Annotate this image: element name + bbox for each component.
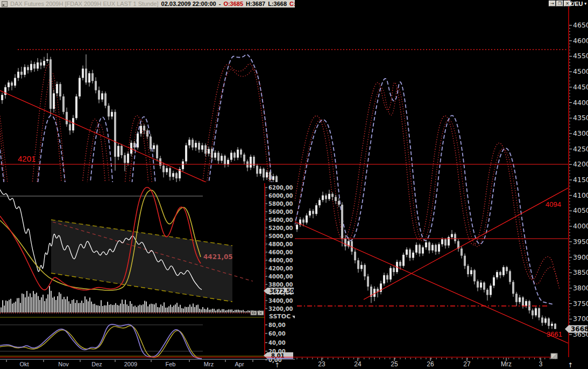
svg-text:4350: 4350 — [573, 114, 588, 122]
quote-low: L:3668 — [268, 0, 287, 8]
main-price-axis[interactable]: 4650460045504500445044004350430042504200… — [565, 0, 588, 357]
svg-text:4600,00: 4600,00 — [268, 249, 293, 255]
svg-text:4800,00: 4800,00 — [268, 241, 293, 247]
svg-text:Mrz: Mrz — [501, 360, 512, 368]
svg-text:40,00: 40,00 — [268, 340, 286, 346]
svg-text:3800: 3800 — [573, 284, 588, 292]
quote-close: C:3668 — [289, 0, 295, 8]
panel-restore-icon[interactable] — [251, 311, 257, 315]
quote-high: H:3687 — [246, 0, 265, 8]
svg-text:4400: 4400 — [573, 99, 588, 107]
currency-selector[interactable]: €/EU ▾ — [570, 1, 586, 7]
svg-text:2009: 2009 — [124, 361, 137, 367]
uptrend-label: 4094 — [546, 200, 561, 208]
svg-text:3800,00: 3800,00 — [268, 282, 293, 288]
svg-text:4000,00: 4000,00 — [268, 274, 293, 280]
svg-text:27: 27 — [463, 360, 471, 368]
quote-datetime: 02.03.2009 22:00:00 — [161, 0, 216, 8]
svg-text:4300: 4300 — [573, 129, 588, 137]
svg-text:25: 25 — [391, 360, 398, 368]
svg-text:23: 23 — [318, 360, 325, 368]
svg-text:5400,00: 5400,00 — [268, 217, 293, 223]
svg-text:4200: 4200 — [573, 160, 588, 168]
svg-text:Mrz: Mrz — [204, 361, 214, 367]
svg-text:26: 26 — [427, 360, 434, 368]
svg-text:3668: 3668 — [571, 325, 588, 333]
svg-text:Okt: Okt — [19, 361, 29, 367]
svg-text:24: 24 — [354, 360, 362, 368]
svg-text:5800,00: 5800,00 — [268, 201, 293, 207]
svg-text:4400,00: 4400,00 — [268, 257, 293, 263]
restore-button[interactable]: ❐ — [556, 1, 563, 6]
svg-text:4250: 4250 — [573, 145, 588, 153]
svg-text:Nov: Nov — [58, 361, 69, 367]
channel-mid-label: 4421,05 — [203, 253, 233, 261]
trading-app-window: 4201366140944421,056200,006000,005800,00… — [0, 0, 588, 369]
svg-text:6200,00: 6200,00 — [268, 185, 293, 191]
svg-text:4650: 4650 — [573, 21, 588, 29]
chart-canvas[interactable]: 4201366140944421,056200,006000,005800,00… — [0, 0, 588, 369]
chevron-down-icon: ▾ — [584, 2, 586, 6]
svg-text:4550: 4550 — [573, 52, 588, 60]
svg-text:3900: 3900 — [573, 253, 588, 261]
svg-text:3750: 3750 — [573, 300, 588, 308]
svg-text:Feb: Feb — [166, 361, 176, 367]
currency-label: €/EU — [570, 1, 583, 7]
svg-text:60,00: 60,00 — [268, 331, 286, 337]
svg-text:8,01: 8,01 — [271, 353, 285, 359]
resize-grip[interactable] — [551, 353, 557, 359]
svg-text:4500: 4500 — [573, 67, 588, 75]
svg-text:4450: 4450 — [573, 83, 588, 91]
svg-text:6000,00: 6000,00 — [268, 193, 293, 199]
svg-text:3700: 3700 — [573, 315, 588, 323]
svg-text:Dez: Dez — [91, 361, 102, 367]
quote-open: O:3685 — [223, 0, 243, 8]
window-title: DAX Futures 2009H [FDAX 2009H EUX LAST 1… — [10, 0, 159, 8]
arrow-right-button[interactable]: → — [549, 1, 556, 6]
svg-text:3850: 3850 — [573, 268, 588, 276]
svg-text:4050: 4050 — [573, 206, 588, 214]
svg-text:3950: 3950 — [573, 238, 588, 246]
inset-chart-window[interactable]: 4421,056200,006000,005800,005600,005400,… — [0, 182, 296, 369]
svg-text:4600: 4600 — [573, 37, 588, 45]
window-icon — [2, 1, 8, 7]
svg-text:5600,00: 5600,00 — [268, 209, 293, 215]
svg-text:3400,00: 3400,00 — [268, 298, 293, 304]
svg-text:Apr: Apr — [235, 361, 244, 367]
sstoc-label[interactable]: SSTOC — [269, 313, 291, 320]
svg-text:3: 3 — [539, 360, 543, 368]
level-4201-label: 4201 — [18, 154, 36, 163]
main-scroll-end-arrow[interactable]: ↑ — [568, 361, 573, 369]
svg-text:4000: 4000 — [573, 222, 588, 230]
uptrend-line[interactable] — [364, 188, 568, 300]
svg-text:4200,00: 4200,00 — [268, 266, 293, 271]
svg-text:4150: 4150 — [573, 176, 588, 184]
inset-scroll-end-arrow[interactable]: ↑ — [274, 361, 280, 369]
svg-text:80,00: 80,00 — [268, 322, 286, 328]
svg-text:3200,00: 3200,00 — [268, 306, 293, 312]
svg-text:5200,00: 5200,00 — [268, 225, 293, 231]
svg-text:5000,00: 5000,00 — [268, 233, 293, 239]
downtrend-label: 3661 — [547, 330, 562, 338]
svg-text:3672,50: 3672,50 — [270, 288, 294, 294]
quote-separator: - — [219, 0, 221, 8]
window-controls: → ❐ × — [549, 1, 571, 6]
svg-text:4100: 4100 — [573, 191, 588, 199]
window-titlebar[interactable]: DAX Futures 2009H [FDAX 2009H EUX LAST 1… — [0, 0, 295, 8]
candles-right-segment — [296, 190, 556, 329]
